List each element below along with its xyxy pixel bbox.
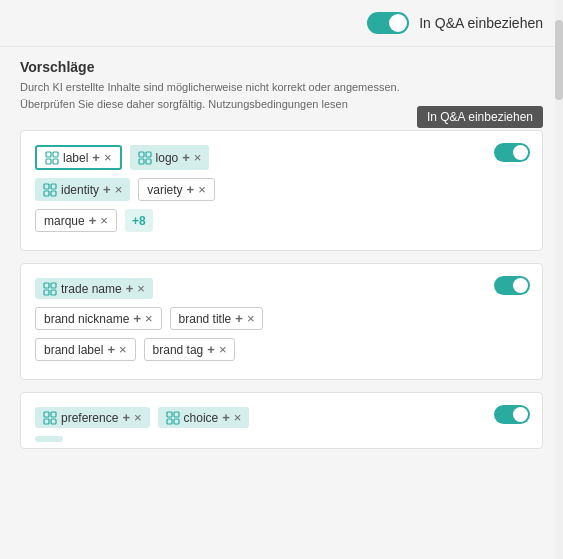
- tag-logo-close[interactable]: ×: [194, 150, 202, 165]
- tag-brand-nickname[interactable]: brand nickname + ×: [35, 307, 162, 330]
- tag-choice-text: choice: [184, 411, 219, 425]
- tag-preference-icon: [43, 411, 57, 425]
- tag-identity-plus[interactable]: +: [103, 182, 111, 197]
- svg-rect-9: [51, 184, 56, 189]
- tag-label-plus[interactable]: +: [92, 150, 100, 165]
- svg-rect-17: [51, 412, 56, 417]
- more-badge-card1[interactable]: +8: [125, 209, 153, 232]
- toggle-thumb: [389, 14, 407, 32]
- tag-choice-close[interactable]: ×: [234, 410, 242, 425]
- svg-rect-21: [174, 412, 179, 417]
- tag-trade-name-plus[interactable]: +: [126, 281, 134, 296]
- svg-rect-16: [44, 412, 49, 417]
- tag-marque-plus[interactable]: +: [89, 213, 97, 228]
- tag-choice[interactable]: choice + ×: [158, 407, 250, 428]
- tag-brand-nickname-text: brand nickname: [44, 312, 129, 326]
- svg-rect-20: [167, 412, 172, 417]
- svg-rect-19: [51, 419, 56, 424]
- card-2-toggle[interactable]: [494, 276, 530, 295]
- svg-rect-4: [139, 152, 144, 157]
- content-area: label + × logo +: [0, 120, 563, 459]
- tag-logo-plus[interactable]: +: [182, 150, 190, 165]
- top-toggle-label: In Q&A einbeziehen: [419, 15, 543, 31]
- card-2-row-2: brand nickname + × brand title + ×: [35, 307, 528, 330]
- tag-brand-tag-text: brand tag: [153, 343, 204, 357]
- tag-label-close[interactable]: ×: [104, 150, 112, 165]
- tag-brand-tag[interactable]: brand tag + ×: [144, 338, 236, 361]
- tag-trade-name-close[interactable]: ×: [137, 281, 145, 296]
- svg-rect-1: [53, 152, 58, 157]
- tag-preference-text: preference: [61, 411, 118, 425]
- tag-brand-nickname-close[interactable]: ×: [145, 311, 153, 326]
- tag-brand-nickname-plus[interactable]: +: [133, 311, 141, 326]
- tag-marque[interactable]: marque + ×: [35, 209, 117, 232]
- top-toggle[interactable]: [367, 12, 409, 34]
- tag-identity[interactable]: identity + ×: [35, 178, 130, 201]
- svg-rect-5: [146, 152, 151, 157]
- tag-variety-plus[interactable]: +: [187, 182, 195, 197]
- card-1-row-2: identity + × variety + ×: [35, 178, 528, 201]
- tag-preference[interactable]: preference + ×: [35, 407, 150, 428]
- tag-logo-icon: [138, 151, 152, 165]
- tag-brand-title-text: brand title: [179, 312, 232, 326]
- tag-trade-name-text: trade name: [61, 282, 122, 296]
- tag-brand-tag-close[interactable]: ×: [219, 342, 227, 357]
- tag-variety-close[interactable]: ×: [198, 182, 206, 197]
- tag-identity-close[interactable]: ×: [115, 182, 123, 197]
- tag-marque-text: marque: [44, 214, 85, 228]
- tag-brand-tag-plus[interactable]: +: [207, 342, 215, 357]
- tag-brand-label-plus[interactable]: +: [107, 342, 115, 357]
- svg-rect-12: [44, 283, 49, 288]
- card-2-row-1: trade name + ×: [35, 278, 528, 299]
- suggestions-title: Vorschläge: [20, 59, 543, 75]
- svg-rect-18: [44, 419, 49, 424]
- card-2: trade name + × brand nickname + × brand …: [20, 263, 543, 380]
- card-1-toggle[interactable]: [494, 143, 530, 162]
- svg-rect-0: [46, 152, 51, 157]
- svg-rect-7: [146, 159, 151, 164]
- tag-trade-name-icon: [43, 282, 57, 296]
- tag-choice-plus[interactable]: +: [222, 410, 230, 425]
- card-3: preference + × choice +: [20, 392, 543, 449]
- svg-rect-10: [44, 191, 49, 196]
- tag-preference-close[interactable]: ×: [134, 410, 142, 425]
- tag-label-text: label: [63, 151, 88, 165]
- svg-rect-15: [51, 290, 56, 295]
- svg-rect-22: [167, 419, 172, 424]
- svg-rect-11: [51, 191, 56, 196]
- svg-rect-8: [44, 184, 49, 189]
- svg-rect-3: [53, 159, 58, 164]
- tag-variety-text: variety: [147, 183, 182, 197]
- card-3-toggle[interactable]: [494, 405, 530, 424]
- tag-brand-label[interactable]: brand label + ×: [35, 338, 136, 361]
- tag-identity-icon: [43, 183, 57, 197]
- tag-preference-plus[interactable]: +: [122, 410, 130, 425]
- tag-variety[interactable]: variety + ×: [138, 178, 215, 201]
- card-2-row-3: brand label + × brand tag + ×: [35, 338, 528, 361]
- card-1: label + × logo +: [20, 130, 543, 251]
- card-1-row-3: marque + × +8: [35, 209, 528, 232]
- svg-rect-14: [44, 290, 49, 295]
- tag-logo[interactable]: logo + ×: [130, 145, 210, 170]
- tag-marque-close[interactable]: ×: [100, 213, 108, 228]
- tag-brand-label-close[interactable]: ×: [119, 342, 127, 357]
- tag-brand-title-plus[interactable]: +: [235, 311, 243, 326]
- tag-partial: [35, 436, 63, 442]
- tag-choice-icon: [166, 411, 180, 425]
- tag-identity-text: identity: [61, 183, 99, 197]
- tag-label[interactable]: label + ×: [35, 145, 122, 170]
- top-bar: In Q&A einbeziehen: [0, 0, 563, 47]
- svg-rect-23: [174, 419, 179, 424]
- svg-rect-13: [51, 283, 56, 288]
- tag-logo-text: logo: [156, 151, 179, 165]
- scrollbar-thumb[interactable]: [555, 20, 563, 100]
- tag-brand-title-close[interactable]: ×: [247, 311, 255, 326]
- tag-trade-name[interactable]: trade name + ×: [35, 278, 153, 299]
- tag-label-icon: [45, 151, 59, 165]
- card-3-row-1: preference + × choice +: [35, 407, 528, 428]
- svg-rect-6: [139, 159, 144, 164]
- svg-rect-2: [46, 159, 51, 164]
- tag-brand-title[interactable]: brand title + ×: [170, 307, 264, 330]
- tooltip: In Q&A einbeziehen: [417, 106, 543, 128]
- tag-brand-label-text: brand label: [44, 343, 103, 357]
